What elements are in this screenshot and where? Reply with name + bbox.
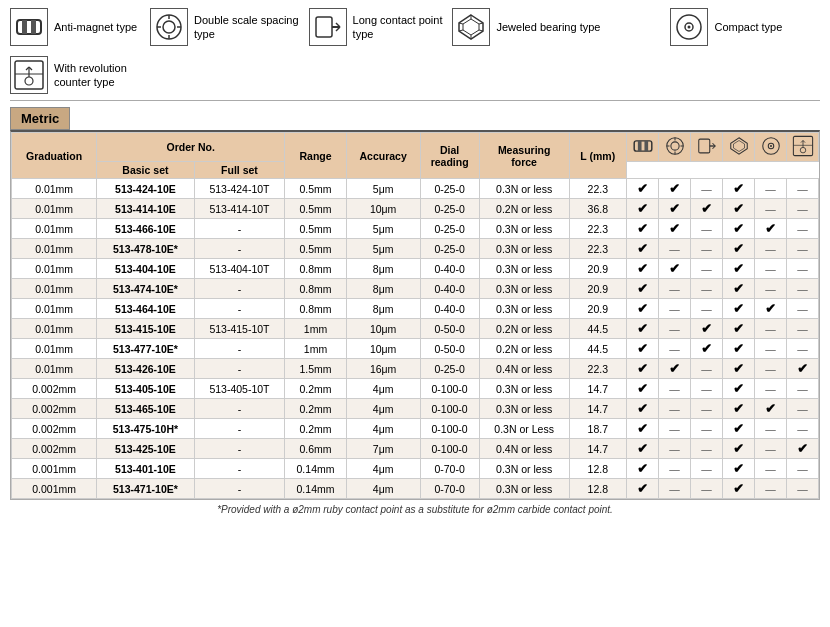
table-cell: 0-25-0 [420,179,479,199]
table-cell: 8μm [346,279,420,299]
dash-icon: — [797,183,808,195]
icon-check-cell: — [787,339,819,359]
table-cell: 513-415-10E [97,319,194,339]
svg-rect-31 [637,141,641,151]
dash-icon: — [701,443,712,455]
table-cell: 0.5mm [285,239,347,259]
table-cell: 513-405-10T [194,379,285,399]
table-cell: 513-404-10E [97,259,194,279]
table-cell: 12.8 [569,479,626,499]
icon-check-cell: — [691,439,723,459]
col-orderno: Order No. [97,133,285,162]
dash-icon: — [701,263,712,275]
table-cell: 0.01mm [12,219,97,239]
table-cell: 4μm [346,479,420,499]
table-cell: - [194,459,285,479]
table-cell: 0.3N or less [479,219,569,239]
icon-check-cell: — [787,239,819,259]
icon-check-cell: ✔ [659,199,691,219]
table-cell: 18.7 [569,419,626,439]
table-cell: 7μm [346,439,420,459]
icon-check-cell: ✔ [723,339,755,359]
col-icon4 [723,133,755,162]
table-cell: 0-70-0 [420,459,479,479]
icon-check-cell: ✔ [627,479,659,499]
icon-check-cell: ✔ [627,239,659,259]
table-cell: 513-478-10E* [97,239,194,259]
table-cell: 0.01mm [12,279,97,299]
icon-check-cell: ✔ [723,319,755,339]
dash-icon: — [765,383,776,395]
table-cell: 5μm [346,219,420,239]
dash-icon: — [797,203,808,215]
icon-check-cell: ✔ [723,239,755,259]
checkmark-icon: ✔ [669,261,680,276]
products-table: Graduation Order No. Range Accuracy Dial… [11,132,819,499]
table-cell: 20.9 [569,279,626,299]
table-row: 0.002mm513-465-10E-0.2mm4μm0-100-00.3N o… [12,399,819,419]
checkmark-icon: ✔ [733,341,744,356]
dash-icon: — [765,203,776,215]
icon-check-cell: — [659,339,691,359]
table-cell: 10μm [346,199,420,219]
dash-icon: — [701,363,712,375]
icon-check-cell: ✔ [627,179,659,199]
col-graduation: Graduation [12,133,97,179]
checkmark-icon: ✔ [733,201,744,216]
dash-icon: — [797,223,808,235]
icon-check-cell: ✔ [755,219,787,239]
col-icon2 [659,133,691,162]
table-row: 0.002mm513-425-10E-0.6mm7μm0-100-00.4N o… [12,439,819,459]
dash-icon: — [669,463,680,475]
dash-icon: — [765,263,776,275]
table-cell: 513-464-10E [97,299,194,319]
table-cell: - [194,419,285,439]
table-cell: 0-100-0 [420,419,479,439]
table-cell: 10μm [346,339,420,359]
table-cell: 513-425-10E [97,439,194,459]
table-cell: 1mm [285,339,347,359]
icon-check-cell: ✔ [723,299,755,319]
long-contact-label: Long contact pointtype [353,13,443,42]
table-cell: 22.3 [569,359,626,379]
table-cell: 0.2mm [285,399,347,419]
icon-check-cell: ✔ [627,399,659,419]
col-length: L (mm) [569,133,626,179]
icon-check-cell: ✔ [659,179,691,199]
icon-check-cell: — [755,259,787,279]
icon-check-cell: ✔ [627,319,659,339]
checkmark-icon: ✔ [669,181,680,196]
table-cell: 0.2N or less [479,319,569,339]
table-cell: 12.8 [569,459,626,479]
table-cell: 20.9 [569,299,626,319]
table-cell: 0.001mm [12,459,97,479]
table-cell: 0.8mm [285,259,347,279]
icon-check-cell: — [691,359,723,379]
table-cell: 0-100-0 [420,399,479,419]
table-cell: 0.01mm [12,339,97,359]
table-cell: - [194,239,285,259]
table-cell: 0-40-0 [420,279,479,299]
icon-check-cell: — [659,319,691,339]
icon-check-cell: — [691,239,723,259]
anti-magnet-label: Anti-magnet type [54,20,137,34]
checkmark-icon: ✔ [733,381,744,396]
icon-check-cell: — [755,179,787,199]
table-cell: 4μm [346,419,420,439]
checkmark-icon: ✔ [797,441,808,456]
icon-check-cell: — [691,259,723,279]
table-cell: - [194,439,285,459]
table-row: 0.01mm513-477-10E*-1mm10μm0-50-00.2N or … [12,339,819,359]
table-cell: 4μm [346,399,420,419]
table-cell: 0-100-0 [420,439,479,459]
icon-check-cell: — [659,399,691,419]
table-cell: 0.002mm [12,399,97,419]
icon-check-cell: — [755,359,787,379]
dash-icon: — [701,483,712,495]
col-dialreading: Dial reading [420,133,479,179]
checkmark-icon: ✔ [765,301,776,316]
icon-check-cell: ✔ [691,339,723,359]
table-row: 0.001mm513-401-10E-0.14mm4μm0-70-00.3N o… [12,459,819,479]
icon-check-cell: — [691,459,723,479]
icon-check-cell: — [691,419,723,439]
